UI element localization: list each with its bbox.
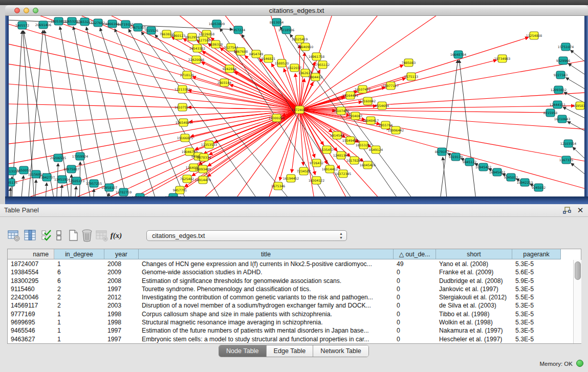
- graph-node[interactable]: 9245032: [532, 184, 546, 191]
- graph-node[interactable]: 17359924: [72, 152, 89, 160]
- graph-node[interactable]: 1575113: [404, 73, 419, 80]
- graph-node[interactable]: 2803144: [217, 79, 232, 86]
- svg-text:16372345: 16372345: [335, 172, 352, 176]
- graph-node[interactable]: 16648784: [450, 51, 467, 58]
- graph-node[interactable]: 1595813: [573, 102, 584, 110]
- table-row[interactable]: 946554611997Estimation of the future num…: [8, 326, 573, 335]
- float-window-icon[interactable]: [563, 207, 571, 214]
- new-table-icon[interactable]: [68, 228, 79, 243]
- graph-node[interactable]: 16053809: [209, 20, 225, 28]
- graph-node[interactable]: 7857224: [231, 26, 246, 34]
- memory-status-indicator[interactable]: [576, 360, 583, 367]
- graph-node[interactable]: 10958107: [101, 184, 118, 191]
- graph-node[interactable]: 11254808: [526, 32, 542, 39]
- table-row[interactable]: 2242004622012Investigating the contribut…: [8, 293, 573, 301]
- graph-node[interactable]: 20691406: [35, 21, 52, 29]
- graph-node[interactable]: 12160842: [360, 97, 376, 105]
- column-header-year[interactable]: year: [104, 249, 139, 259]
- function-builder-icon[interactable]: f(x): [110, 228, 123, 243]
- graph-node[interactable]: 12481341: [333, 151, 350, 159]
- graph-node[interactable]: 16194452: [283, 174, 299, 182]
- tab-node-table[interactable]: Node Table: [219, 345, 267, 357]
- graph-node[interactable]: 19654925: [176, 119, 192, 126]
- graph-node[interactable]: 8215958: [543, 109, 558, 117]
- graph-node[interactable]: 16372345: [335, 170, 352, 178]
- table-row[interactable]: 1456911722003Disruption of a novel membe…: [8, 301, 573, 310]
- graph-node[interactable]: 9245012: [504, 173, 518, 181]
- graph-node[interactable]: 9146821: [262, 55, 276, 62]
- table-row[interactable]: 911546021997Tourette syndrome. Phenomeno…: [8, 285, 573, 293]
- red-edge: [300, 55, 585, 110]
- column-header-title[interactable]: title: [139, 249, 394, 259]
- graph-node[interactable]: 16543382: [189, 45, 206, 52]
- graph-node[interactable]: 19734983: [494, 55, 511, 62]
- scrollbar-thumb[interactable]: [575, 261, 581, 280]
- close-icon[interactable]: ✕: [576, 206, 584, 215]
- graph-node[interactable]: 10945422: [475, 163, 492, 171]
- graph-node[interactable]: 1535457: [320, 146, 334, 154]
- table-row[interactable]: 969969511998Structural magnetic resonanc…: [8, 318, 573, 326]
- graph-node[interactable]: 10942253: [517, 179, 533, 186]
- graph-node[interactable]: 16107553: [175, 103, 191, 111]
- cell-year: 2003: [104, 301, 139, 310]
- graph-node[interactable]: 8186328: [209, 40, 223, 48]
- graph-node[interactable]: 16945422: [489, 168, 506, 176]
- delete-icon[interactable]: [81, 228, 93, 243]
- graph-node[interactable]: 9227343: [554, 71, 568, 79]
- column-header-out_degree[interactable]: △ out_de...: [394, 249, 436, 259]
- select-all-icon[interactable]: [41, 228, 52, 243]
- graph-node[interactable]: 16961758: [309, 53, 325, 60]
- column-header-name[interactable]: name: [8, 249, 54, 259]
- column-header-pagerank[interactable]: pagerank: [512, 249, 561, 259]
- vertical-scrollbar[interactable]: [573, 260, 581, 343]
- table-row[interactable]: 977716911998Corpus callosum shape and si…: [8, 310, 573, 318]
- table-row[interactable]: 946362711997Embryonic stem cells: a mode…: [8, 335, 573, 343]
- graph-node[interactable]: 12103554: [560, 140, 577, 147]
- graph-node[interactable]: 1914545: [330, 132, 344, 139]
- table-selector-dropdown[interactable]: citations_edges.txt ▲▼: [146, 230, 347, 241]
- table-row[interactable]: 1872400712008Changes of HCN gene express…: [8, 260, 573, 268]
- graph-node[interactable]: 1527602: [91, 19, 105, 27]
- graph-node[interactable]: 18325419: [292, 35, 308, 43]
- graph-node[interactable]: 8955784: [379, 121, 393, 129]
- attribute-table[interactable]: namein_degreeyeartitle△ out_de...shortpa…: [7, 249, 581, 344]
- network-view-canvas[interactable]: 1872400718300295766382288601238912954182…: [5, 16, 584, 196]
- graph-node[interactable]: 7485083: [402, 59, 416, 67]
- graph-node[interactable]: 7625402: [180, 175, 194, 183]
- graph-node[interactable]: 16782759: [116, 188, 132, 196]
- graph-node[interactable]: 8679197: [435, 148, 449, 156]
- show-columns-icon[interactable]: [24, 228, 37, 243]
- column-header-in_degree[interactable]: in_degree: [54, 249, 104, 259]
- column-header-short[interactable]: short: [436, 249, 512, 259]
- graph-node[interactable]: 16045426: [360, 161, 376, 169]
- graph-node[interactable]: 15751074: [558, 43, 574, 51]
- network-graph[interactable]: 1872400718300295766382288601238912954182…: [5, 16, 584, 196]
- graph-node[interactable]: 7234502: [297, 167, 311, 175]
- dropdown-stepper-icon: ▲▼: [339, 232, 343, 240]
- graph-node[interactable]: 1675346: [271, 182, 286, 190]
- cell-name: 18724007: [8, 260, 54, 268]
- svg-text:15751074: 15751074: [558, 45, 574, 49]
- graph-node[interactable]: 2405572: [15, 21, 30, 29]
- unselect-all-icon[interactable]: [55, 228, 62, 243]
- graph-node[interactable]: 11451914: [54, 176, 71, 183]
- table-mode-icon[interactable]: [7, 228, 20, 243]
- table-header-row: namein_degreeyeartitle△ out_de...shortpa…: [8, 249, 581, 260]
- black-edge: [459, 60, 477, 196]
- cell-year: 1998: [104, 310, 139, 318]
- table-row[interactable]: 1830029562008Estimation of significance …: [8, 277, 573, 285]
- graph-node[interactable]: 8549124: [369, 146, 383, 154]
- graph-node[interactable]: 7955112: [316, 61, 330, 69]
- tab-edge-table[interactable]: Edge Table: [267, 345, 314, 357]
- table-row[interactable]: 1938455462009Genome-wide association stu…: [8, 268, 573, 276]
- graph-node[interactable]: 16107472: [355, 85, 371, 93]
- graph-node[interactable]: 1588520: [275, 59, 289, 67]
- tab-network-table[interactable]: Network Table: [313, 345, 368, 357]
- graph-node[interactable]: 9457791: [173, 186, 187, 194]
- graph-node[interactable]: 8813054: [270, 18, 284, 26]
- graph-node[interactable]: 2718126: [180, 71, 194, 79]
- cell-out_degree: 0: [394, 268, 436, 276]
- graph-node[interactable]: 1167335: [559, 156, 574, 164]
- network-window-titlebar[interactable]: citations_edges.txt: [5, 5, 588, 16]
- graph-node[interactable]: 9845122: [463, 158, 477, 166]
